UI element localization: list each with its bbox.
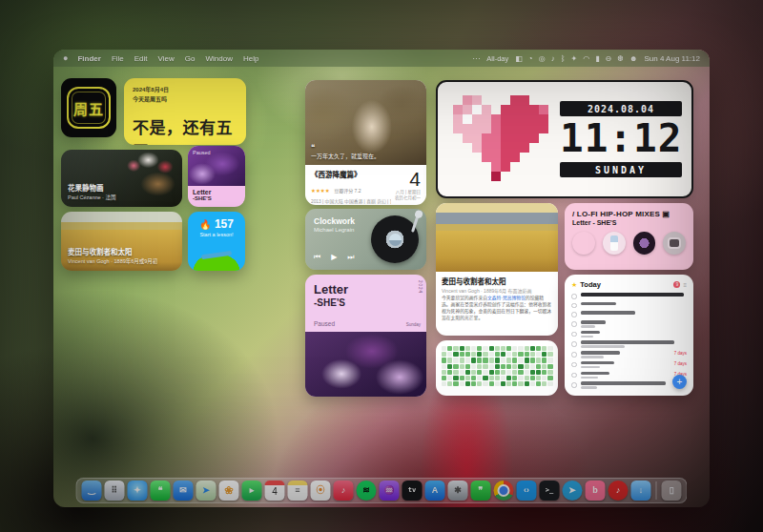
movie-of-the-day-widget[interactable]: ❝ 一万年太久了，就爱现在。 《西游降魔篇》 ★★★★ 豆瓣评分 7.2 201… (305, 80, 426, 205)
duolingo-streak-widget[interactable]: 🔥 157 Start a lesson! (188, 212, 245, 271)
display-icon[interactable]: ◔ (528, 54, 533, 63)
dock-icon-mail[interactable]: ✉ (174, 481, 194, 501)
todo-item[interactable] (571, 340, 687, 348)
menu-file[interactable]: File (112, 54, 124, 63)
dock-icon-bilibili[interactable]: b (586, 481, 606, 501)
dock-icon-appstore[interactable]: A (425, 481, 445, 501)
heart-pixel (501, 105, 510, 114)
music-player-widget-clockwork[interactable]: Clockwork Michael Legrain ⏮ ▶ ⏭ (305, 209, 426, 270)
play-button[interactable]: ▶ (331, 253, 337, 262)
daily-art-widget-vangogh[interactable]: 麦田与收割者和太阳 Vincent van Gogh · 1889年6月 布面油… (436, 203, 558, 336)
grid-cell (501, 352, 505, 357)
desktop-screen: ● FinderFileEditViewGoWindowHelp ⋯ All-d… (53, 50, 710, 507)
day-number: 4 (395, 169, 421, 189)
todo-checkbox[interactable] (571, 382, 577, 388)
todo-checkbox[interactable] (571, 294, 577, 299)
user-icon[interactable]: ☻ (629, 54, 637, 63)
reminders-today-widget[interactable]: ★ Today 9 ≡ 7 days7 days7 days + (565, 275, 693, 396)
todo-item[interactable] (571, 381, 687, 389)
pixel-clock-widget[interactable]: 2024.08.04 11:12 SUNDAY (436, 80, 693, 198)
dock-icon-netease-music[interactable]: ♪ (608, 481, 629, 501)
museum-link[interactable]: 文森特·梵高博物馆 (487, 296, 526, 300)
dock-icon-chrome[interactable] (494, 481, 514, 501)
dock-icon-downloads-folder[interactable]: ↓ (631, 481, 651, 501)
dock-icon-trash[interactable]: ▯ (662, 481, 682, 501)
menu-window[interactable]: Window (205, 54, 232, 63)
artwork-widget-cezanne[interactable]: 花果静物画 Paul Cézanne · 法国 (61, 150, 182, 207)
artwork-widget-vangogh-small[interactable]: 麦田与收割者和太阳 Vincent van Gogh · 1889年6月或9月初 (61, 212, 182, 271)
dock-icon-safari[interactable]: ✦ (128, 481, 148, 501)
menu-bar-clock[interactable]: Sun 4 Aug 11:12 (644, 54, 700, 63)
todo-item[interactable]: 7 days (571, 351, 687, 358)
todo-checkbox[interactable] (571, 362, 577, 368)
todo-item[interactable] (571, 311, 687, 317)
grid-cell (447, 364, 452, 369)
dock-icon-calendar[interactable]: 4 (265, 481, 285, 501)
dock-icon-messages[interactable]: ❝ (151, 481, 171, 501)
dock-icon-terminal[interactable]: >_ (540, 481, 560, 501)
dock-icon-launchpad[interactable]: ⠿ (105, 481, 125, 501)
menu-view[interactable]: View (158, 54, 175, 63)
bluetooth-icon[interactable]: ᛒ (561, 54, 566, 63)
playback-status: Paused (314, 320, 335, 327)
todo-item[interactable]: 7 days (571, 372, 687, 379)
friday-sticker-widget[interactable]: 周五 (61, 78, 116, 137)
dock-icon-podcasts[interactable]: ♒ (380, 481, 400, 501)
dock-icon-finder[interactable]: ‿ (82, 481, 102, 501)
apple-menu-icon[interactable]: ● (63, 53, 68, 63)
todo-checkbox[interactable] (571, 321, 577, 327)
todo-checkbox[interactable] (571, 341, 577, 347)
focus-icon[interactable]: ⊖ (606, 54, 612, 63)
todo-checkbox[interactable] (571, 373, 577, 379)
heart-pixel (501, 143, 510, 153)
menu-help[interactable]: Help (243, 54, 258, 63)
battery-icon[interactable]: ▮ (595, 54, 599, 63)
beads-heart-sticker[interactable] (572, 232, 595, 255)
dock-icon-tv[interactable]: tv (402, 481, 423, 501)
add-reminder-button[interactable]: + (672, 375, 687, 389)
dock-icon-maps[interactable]: ➤ (196, 481, 217, 501)
wifi-icon[interactable]: ◠ (583, 54, 589, 63)
grid-cell (489, 352, 494, 357)
menu-go[interactable]: Go (185, 54, 196, 63)
camera-sticker[interactable] (663, 232, 686, 255)
todo-checkbox[interactable] (571, 332, 577, 338)
screen-record-icon[interactable]: ◎ (539, 54, 546, 63)
todo-item[interactable] (571, 320, 687, 328)
dock-icon-vscode[interactable]: ‹› (517, 481, 537, 501)
menu-finder[interactable]: Finder (77, 54, 100, 63)
dock-icon-photos[interactable]: ❀ (219, 481, 239, 501)
todo-item[interactable] (571, 331, 687, 338)
dock-icon-facetime[interactable]: ▸ (242, 481, 262, 501)
list-menu-icon[interactable]: ≡ (683, 282, 687, 288)
todo-item[interactable]: 7 days (571, 361, 687, 369)
next-track-button[interactable]: ⏭ (347, 253, 354, 262)
dock-icon-reminders[interactable]: ⦿ (311, 481, 331, 501)
vinyl-sticker[interactable] (633, 232, 656, 255)
music-status-icon[interactable]: ♪ (551, 54, 555, 63)
lofi-playlist-widget[interactable]: / LO-FI HIP-HOP MIXES ▣ Letter - SHE'S (565, 203, 693, 270)
snowflake-icon[interactable]: ❆ (617, 54, 624, 63)
todo-checkbox[interactable] (571, 352, 577, 358)
more-status-icon[interactable]: ⋯ (472, 54, 480, 63)
shortcuts-icon[interactable]: ✦ (571, 54, 578, 63)
todo-item[interactable] (571, 293, 687, 299)
all-day-label[interactable]: All-day (486, 54, 508, 63)
dock-icon-music[interactable]: ♪ (334, 481, 354, 501)
stage-manager-icon[interactable]: ◧ (515, 54, 523, 63)
dock-icon-wechat[interactable]: ❞ (471, 481, 491, 501)
todo-item[interactable] (571, 302, 687, 309)
dock-icon-spotify[interactable]: ≋ (357, 481, 377, 501)
todo-checkbox[interactable] (571, 312, 577, 317)
dock-icon-settings[interactable]: ✱ (448, 481, 468, 501)
ipod-sticker[interactable] (603, 232, 626, 255)
todo-checkbox[interactable] (571, 303, 577, 309)
previous-track-button[interactable]: ⏮ (314, 253, 320, 262)
dock-icon-notes[interactable]: ≡ (288, 481, 308, 501)
music-widget-letter-small[interactable]: Paused Letter -SHE'S (188, 146, 245, 207)
activity-grid-widget[interactable] (436, 340, 558, 396)
dock-icon-telegram[interactable]: ➤ (563, 481, 583, 501)
menu-edit[interactable]: Edit (134, 54, 148, 63)
music-widget-letter-large[interactable]: Letter -SHE'S Paused 2024 Sunday (305, 275, 426, 397)
friday-countdown-widget[interactable]: 2024年8月4日 今天是周五吗 不是，还有五天 (124, 78, 246, 145)
